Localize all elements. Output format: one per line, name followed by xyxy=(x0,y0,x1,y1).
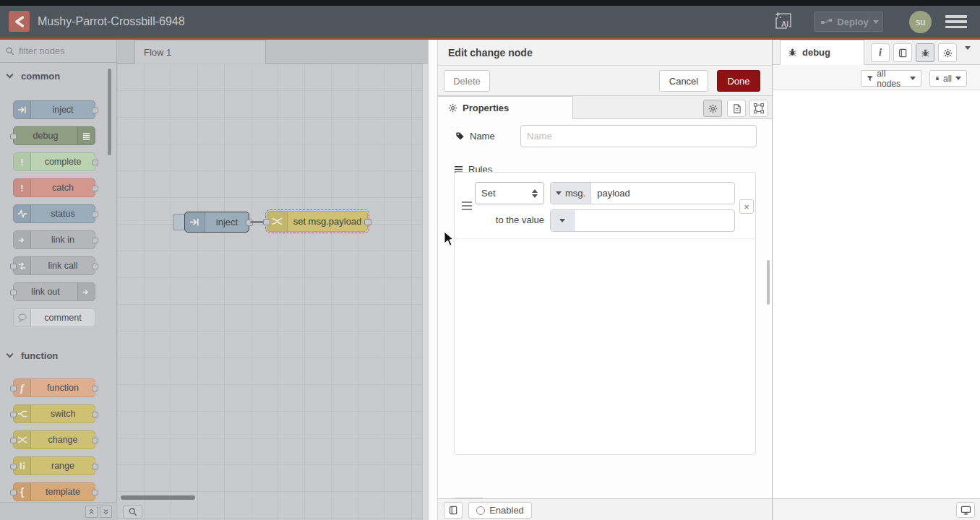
clear-messages-button[interactable]: all xyxy=(929,70,967,87)
palette-category-function[interactable]: function xyxy=(7,348,108,363)
debug-sidebar: debug i all nodes all xyxy=(772,40,980,520)
palette-node-range[interactable]: range xyxy=(13,456,95,475)
input-port xyxy=(10,386,17,391)
rule-target-type-label: msg. xyxy=(565,188,585,199)
input-port xyxy=(10,490,17,495)
caret-down-icon xyxy=(955,77,961,80)
hamburger-icon xyxy=(945,15,967,18)
palette-node-complete[interactable]: ! complete xyxy=(13,152,95,171)
expand-all-categories-button[interactable] xyxy=(100,506,112,518)
output-port xyxy=(92,212,98,217)
enabled-state-icon xyxy=(476,506,485,515)
node-appearance-button[interactable] xyxy=(749,100,768,117)
palette-node-debug[interactable]: debug xyxy=(13,126,95,145)
name-input[interactable] xyxy=(520,125,757,147)
palette-node-link-out[interactable]: link out xyxy=(13,282,95,301)
node-description-button[interactable] xyxy=(727,100,746,117)
cancel-button[interactable]: Cancel xyxy=(659,70,708,92)
collapse-all-categories-button[interactable] xyxy=(85,506,98,518)
input-port xyxy=(10,412,17,417)
palette-node-function[interactable]: f function xyxy=(13,378,95,397)
book-icon xyxy=(449,506,458,515)
output-port xyxy=(92,108,98,113)
output-port xyxy=(92,412,98,417)
palette-category-common[interactable]: common xyxy=(7,69,108,83)
palette-node-link-in[interactable]: link in xyxy=(13,230,95,249)
info-icon: i xyxy=(879,47,882,58)
clear-messages-label: all xyxy=(943,74,952,84)
debug-tab-button[interactable] xyxy=(916,43,934,62)
gear-icon xyxy=(708,104,718,113)
palette-scrollbar[interactable] xyxy=(108,69,111,155)
info-tab-button[interactable]: i xyxy=(871,43,890,62)
deploy-options-caret[interactable] xyxy=(869,12,882,31)
monitor-icon xyxy=(960,506,971,515)
tab-debug[interactable]: debug xyxy=(780,40,864,65)
palette-node-switch[interactable]: switch xyxy=(13,404,95,423)
flow-canvas[interactable]: Flow 1 inject set msg.payload xyxy=(117,40,428,520)
drag-handle[interactable] xyxy=(462,202,472,210)
node-enabled-toggle[interactable]: Enabled xyxy=(468,502,532,519)
caret-down-icon xyxy=(873,20,879,24)
rule-target-typed-input[interactable]: msg. xyxy=(550,182,735,204)
rule-to-label: to the value xyxy=(475,214,544,225)
rule-value-typed-input[interactable] xyxy=(550,209,735,232)
rule-target-type-button[interactable]: msg. xyxy=(551,183,591,204)
double-chevron-down-icon xyxy=(103,508,109,515)
palette-node-inject[interactable]: inject xyxy=(13,100,95,119)
palette-node-change[interactable]: change xyxy=(13,430,95,449)
tab-flow-1[interactable]: Flow 1 xyxy=(134,40,266,64)
palette-node-status[interactable]: status xyxy=(13,204,95,223)
palette-node-catch[interactable]: ! catch xyxy=(13,178,95,197)
rule-value-input[interactable] xyxy=(575,215,734,226)
palette-search[interactable] xyxy=(0,40,117,63)
input-port xyxy=(10,290,17,295)
deploy-button[interactable]: Deploy xyxy=(814,12,883,32)
done-button[interactable]: Done xyxy=(717,70,760,92)
canvas-grid[interactable] xyxy=(117,64,422,520)
canvas-search-button[interactable] xyxy=(123,505,142,519)
rule-action-select[interactable]: Set xyxy=(475,182,544,204)
rule-target-input[interactable] xyxy=(591,188,734,199)
flow-node-inject[interactable]: inject xyxy=(184,212,249,233)
user-avatar[interactable]: su xyxy=(909,11,932,33)
remove-rule-button[interactable]: × xyxy=(739,199,754,214)
category-label: common xyxy=(21,71,60,82)
gear-icon xyxy=(943,48,953,58)
logo-glyph xyxy=(12,14,27,29)
palette-node-comment[interactable]: comment xyxy=(13,308,95,327)
tray-scrollbar[interactable] xyxy=(767,260,770,305)
workspace-title: Mushy-Parrot-Crossbill-6948 xyxy=(38,6,185,38)
output-port xyxy=(92,238,98,243)
input-port[interactable] xyxy=(263,219,270,225)
config-nodes-tab-button[interactable] xyxy=(938,43,957,62)
main-menu-button[interactable] xyxy=(945,15,967,28)
complete-icon: ! xyxy=(14,153,31,170)
palette-node-link-call[interactable]: link call xyxy=(13,256,95,275)
delete-button[interactable]: Delete xyxy=(444,70,490,92)
appearance-icon xyxy=(754,103,764,113)
flow-node-set-msg-payload[interactable]: set msg.payload xyxy=(267,211,368,232)
sidebar-menu-caret[interactable] xyxy=(965,50,971,63)
help-tab-button[interactable] xyxy=(893,43,912,62)
tab-properties[interactable]: Properties xyxy=(438,96,573,119)
mouse-cursor xyxy=(444,231,455,247)
output-port[interactable] xyxy=(364,219,371,225)
rule-value-type-button[interactable] xyxy=(551,210,575,231)
canvas-vertical-scrollbar[interactable] xyxy=(422,64,428,520)
comment-icon xyxy=(14,309,31,326)
ai-assistant-button[interactable]: AI xyxy=(772,11,794,32)
tag-icon xyxy=(455,131,465,141)
output-port xyxy=(92,186,98,191)
node-help-button[interactable] xyxy=(444,502,463,519)
tray-resize-handle[interactable] xyxy=(428,40,438,520)
filter-nodes-button[interactable]: all nodes xyxy=(861,70,921,87)
palette-node-template[interactable]: { template xyxy=(13,482,95,501)
palette-filter-input[interactable] xyxy=(19,46,106,56)
canvas-horizontal-scrollbar[interactable] xyxy=(121,495,195,500)
open-debug-window-button[interactable] xyxy=(956,502,975,518)
node-properties-button[interactable] xyxy=(703,100,722,117)
bug-icon xyxy=(921,48,930,58)
funnel-icon xyxy=(867,74,873,82)
node-red-logo xyxy=(9,11,30,32)
